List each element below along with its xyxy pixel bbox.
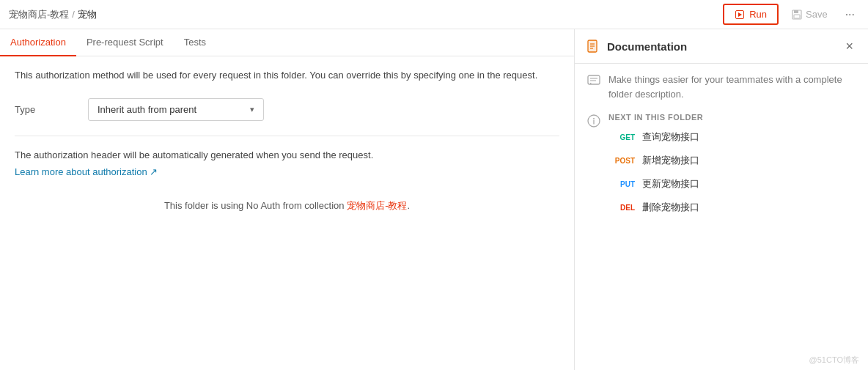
external-link-icon: ↗ (150, 166, 158, 177)
run-label: Run (749, 9, 767, 20)
main-layout: Authorization Pre-request Script Tests T… (0, 29, 868, 370)
method-badge-get: GET (608, 133, 635, 141)
tabs-bar: Authorization Pre-request Script Tests (0, 29, 574, 56)
folder-item[interactable]: POST新增宠物接口 (608, 154, 856, 167)
run-button[interactable]: Run (723, 4, 779, 25)
method-badge-del: DEL (608, 204, 635, 212)
tab-pre-request-script[interactable]: Pre-request Script (76, 29, 174, 56)
folder-auth-description: This authorization method will be used f… (15, 68, 559, 84)
svg-rect-4 (794, 15, 800, 18)
doc-header: Documentation × (575, 29, 868, 64)
tab-authorization[interactable]: Authorization (0, 29, 76, 56)
collection-link[interactable]: 宠物商店-教程 (347, 200, 407, 211)
no-auth-suffix: . (408, 200, 411, 211)
svg-rect-3 (794, 10, 798, 13)
method-badge-post: POST (608, 157, 635, 165)
left-panel: Authorization Pre-request Script Tests T… (0, 29, 575, 370)
type-select-dropdown[interactable]: Inherit auth from parent ▾ (88, 98, 264, 121)
watermark: @51CTO博客 (575, 350, 868, 370)
folder-item[interactable]: GET查询宠物接口 (608, 130, 856, 144)
doc-title: Documentation (607, 40, 687, 53)
breadcrumb-current: 宠物 (78, 8, 97, 21)
doc-content: Make things easier for your teammates wi… (575, 64, 868, 350)
chevron-down-icon: ▾ (250, 105, 254, 114)
folder-items-list: GET查询宠物接口POST新增宠物接口PUT更新宠物接口DEL删除宠物接口 (608, 130, 856, 214)
close-button[interactable]: × (842, 38, 856, 54)
content-area: This authorization method will be used f… (0, 56, 574, 370)
right-panel: Documentation × Make things easier for y… (575, 29, 868, 370)
folder-item-name: 更新宠物接口 (642, 177, 699, 190)
tab-tests[interactable]: Tests (174, 29, 216, 56)
folder-item[interactable]: PUT更新宠物接口 (608, 177, 856, 190)
header-actions: Run Save ··· (723, 4, 859, 25)
folder-item-name: 查询宠物接口 (642, 130, 699, 144)
comment-icon (586, 73, 601, 88)
breadcrumb-parent[interactable]: 宠物商店-教程 (9, 8, 69, 21)
folder-item[interactable]: DEL删除宠物接口 (608, 201, 856, 214)
folder-item-name: 新增宠物接口 (642, 154, 699, 167)
next-in-folder-label: NEXT IN THIS FOLDER (608, 113, 856, 122)
next-in-folder-section: NEXT IN THIS FOLDER GET查询宠物接口POST新增宠物接口P… (586, 113, 856, 224)
breadcrumb: 宠物商店-教程 / 宠物 (9, 8, 97, 21)
divider (15, 136, 559, 136)
more-icon: ··· (845, 8, 855, 21)
learn-more-text: Learn more about authorization (15, 166, 147, 177)
type-select-value: Inherit auth from parent (98, 104, 196, 115)
svg-point-14 (593, 118, 595, 119)
no-auth-notice: This folder is using No Auth from collec… (15, 199, 559, 212)
breadcrumb-separator: / (72, 9, 75, 20)
next-in-folder-content: NEXT IN THIS FOLDER GET查询宠物接口POST新增宠物接口P… (608, 113, 856, 224)
learn-more-link[interactable]: Learn more about authorization ↗ (15, 166, 559, 177)
doc-description-text: Make things easier for your teammates wi… (608, 73, 856, 101)
info-icon (586, 114, 601, 128)
save-icon (792, 10, 802, 20)
doc-description-row: Make things easier for your teammates wi… (586, 73, 856, 101)
save-button[interactable]: Save (784, 5, 835, 23)
auth-info-text: The authorization header will be automat… (15, 148, 559, 163)
method-badge-put: PUT (608, 180, 635, 188)
doc-file-icon (586, 40, 600, 53)
type-row: Type Inherit auth from parent ▾ (15, 98, 559, 121)
folder-item-name: 删除宠物接口 (642, 201, 699, 214)
save-label: Save (806, 9, 828, 20)
svg-marker-1 (738, 12, 742, 17)
no-auth-prefix: This folder is using No Auth from collec… (164, 200, 347, 211)
play-icon (735, 10, 745, 20)
type-label: Type (15, 104, 73, 115)
svg-rect-10 (588, 75, 600, 84)
more-options-button[interactable]: ··· (841, 5, 859, 24)
header: 宠物商店-教程 / 宠物 Run Save ··· (0, 0, 868, 29)
